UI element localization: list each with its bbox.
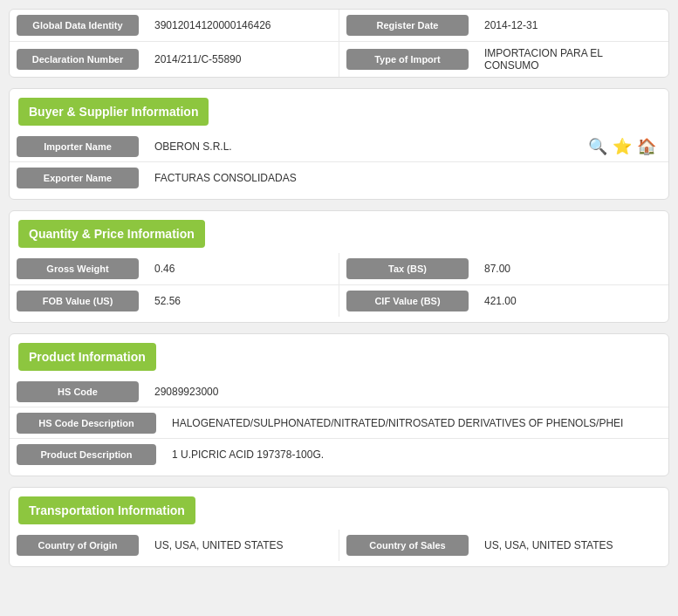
declaration-row: Declaration Number 2014/211/C-55890 Type… (10, 42, 668, 77)
buyer-icons: 🔍 ⭐ 🏠 (588, 137, 668, 156)
home-icon[interactable]: 🏠 (637, 137, 656, 156)
hs-code-row: HS Code 29089923000 (10, 376, 668, 407)
gross-weight-value: 0.46 (146, 257, 339, 280)
type-of-import-value: IMPORTACION PARA EL CONSUMO (476, 42, 668, 77)
exporter-label: Exporter Name (17, 168, 139, 188)
hs-code-label: HS Code (17, 381, 139, 402)
fob-label: FOB Value (US) (17, 291, 139, 311)
fob-cif-row: FOB Value (US) 52.56 CIF Value (BS) 421.… (10, 285, 668, 317)
product-info-header: Product Information (18, 343, 156, 371)
product-desc-row: Product Description 1 U.PICRIC ACID 1973… (10, 439, 668, 470)
quantity-price-card: Quantity & Price Information Gross Weigh… (9, 210, 669, 323)
country-sales-label: Country of Sales (346, 535, 469, 556)
declaration-label: Declaration Number (17, 49, 139, 70)
fob-field: FOB Value (US) 52.56 (10, 285, 339, 317)
importer-label: Importer Name (17, 136, 139, 157)
tax-value: 87.00 (476, 257, 668, 280)
type-of-import-label: Type of Import (346, 49, 469, 70)
global-data-row: Global Data Identity 3901201412000014642… (10, 10, 668, 42)
exporter-value: FACTURAS CONSOLIDADAS (146, 167, 668, 189)
hs-code-desc-label: HS Code Description (17, 413, 156, 434)
declaration-value: 2014/211/C-55890 (146, 48, 339, 71)
hs-code-desc-value: HALOGENATED/SULPHONATED/NITRATED/NITROSA… (163, 412, 668, 435)
star-icon[interactable]: ⭐ (613, 137, 632, 156)
exporter-row: Exporter Name FACTURAS CONSOLIDADAS (10, 162, 668, 194)
declaration-field: Declaration Number 2014/211/C-55890 (10, 42, 339, 77)
country-sales-value: US, USA, UNITED STATES (476, 534, 668, 557)
global-data-value: 39012014120000146426 (146, 14, 339, 37)
importer-value: OBERON S.R.L. (146, 135, 588, 158)
gross-weight-row: Gross Weight 0.46 Tax (BS) 87.00 (10, 253, 668, 285)
gross-weight-label: Gross Weight (17, 258, 139, 279)
tax-label: Tax (BS) (346, 258, 469, 279)
buyer-supplier-header: Buyer & Supplier Information (18, 98, 209, 126)
product-desc-label: Product Description (17, 444, 156, 465)
register-date-value: 2014-12-31 (476, 14, 668, 37)
hs-code-desc-row: HS Code Description HALOGENATED/SULPHONA… (10, 407, 668, 439)
fob-value: 52.56 (146, 290, 339, 312)
type-of-import-field: Type of Import IMPORTACION PARA EL CONSU… (339, 42, 668, 77)
country-of-origin-label: Country of Origin (17, 535, 139, 556)
global-data-label: Global Data Identity (17, 15, 139, 36)
product-info-card: Product Information HS Code 29089923000 … (9, 333, 669, 476)
buyer-supplier-card: Buyer & Supplier Information Importer Na… (9, 88, 669, 200)
global-data-field: Global Data Identity 3901201412000014642… (10, 10, 339, 41)
importer-row: Importer Name OBERON S.R.L. 🔍 ⭐ 🏠 (10, 131, 668, 162)
register-date-field: Register Date 2014-12-31 (339, 10, 668, 41)
search-icon[interactable]: 🔍 (588, 137, 607, 156)
product-desc-value: 1 U.PICRIC ACID 197378-100G. (163, 443, 668, 466)
gross-weight-field: Gross Weight 0.46 (10, 253, 339, 284)
hs-code-value: 29089923000 (146, 380, 668, 403)
quantity-price-header: Quantity & Price Information (18, 220, 205, 248)
tax-field: Tax (BS) 87.00 (339, 253, 668, 284)
country-of-origin-value: US, USA, UNITED STATES (146, 534, 339, 557)
cif-value: 421.00 (476, 290, 668, 312)
country-row: Country of Origin US, USA, UNITED STATES… (10, 530, 668, 561)
country-sales-field: Country of Sales US, USA, UNITED STATES (339, 530, 668, 561)
cif-label: CIF Value (BS) (346, 291, 469, 311)
transportation-header: Transportation Information (18, 496, 195, 524)
register-date-label: Register Date (346, 15, 469, 36)
country-of-origin-field: Country of Origin US, USA, UNITED STATES (10, 530, 339, 561)
top-info-card: Global Data Identity 3901201412000014642… (9, 9, 669, 78)
transportation-card: Transportation Information Country of Or… (9, 487, 669, 567)
cif-field: CIF Value (BS) 421.00 (339, 285, 668, 317)
